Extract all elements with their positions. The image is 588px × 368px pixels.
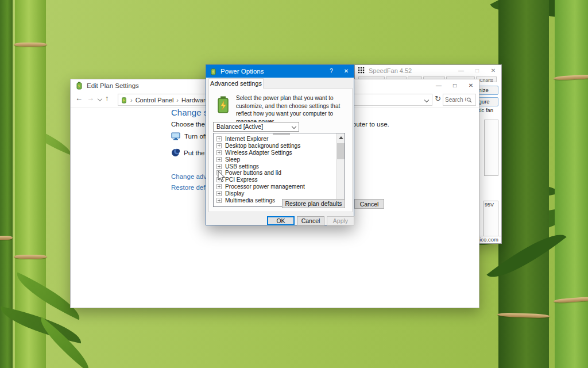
voltage-reading: 95V xyxy=(484,201,498,208)
ok-button[interactable]: OK xyxy=(267,216,295,225)
power-options-dialog: Power Options ? ✕ Advanced settings Sele… xyxy=(206,64,354,225)
expand-icon[interactable] xyxy=(216,184,222,189)
expand-icon[interactable] xyxy=(216,136,222,141)
expand-icon[interactable] xyxy=(216,157,222,162)
minimize-button[interactable]: — xyxy=(431,80,447,91)
history-chevron-icon[interactable] xyxy=(98,97,102,101)
editplan-cancel-button[interactable]: Cancel xyxy=(354,199,384,209)
expand-icon[interactable] xyxy=(216,164,222,169)
selected-plan: Balanced [Active] xyxy=(216,123,263,130)
speedfan-title: SpeedFan 4.52 xyxy=(369,67,453,74)
restore-plan-defaults-button[interactable]: Restore plan defaults xyxy=(282,199,345,208)
close-button[interactable]: ✕ xyxy=(485,66,501,76)
expand-icon[interactable] xyxy=(216,150,222,155)
expand-icon[interactable] xyxy=(216,198,222,203)
setting-label: Processor power management xyxy=(225,183,305,190)
list-item[interactable]: Desktop background settings xyxy=(214,143,345,150)
mouse-cursor xyxy=(218,171,226,183)
list-item[interactable]: Internet Explorer xyxy=(214,136,345,143)
combo-chevron-icon xyxy=(292,124,296,129)
advanced-settings-page: Select the power plan that you want to c… xyxy=(208,88,353,212)
expand-icon[interactable] xyxy=(216,143,222,148)
list-item[interactable]: Sleep xyxy=(214,156,345,163)
setting-label: Display xyxy=(225,190,244,197)
speedfan-voltage-panel: 95V xyxy=(483,201,498,236)
apply-button[interactable]: Apply xyxy=(327,216,354,225)
dialog-title: Power Options xyxy=(220,68,324,75)
power-plan-icon xyxy=(75,82,83,90)
forward-button[interactable]: → xyxy=(87,94,94,102)
setting-label: USB settings xyxy=(225,163,259,170)
scroll-up-icon[interactable] xyxy=(339,136,343,139)
setting-label: Desktop background settings xyxy=(225,143,300,149)
scrollbar-thumb[interactable] xyxy=(337,143,345,159)
bamboo-stalk xyxy=(555,0,588,368)
expand-icon[interactable] xyxy=(216,191,222,196)
minimize-button[interactable]: — xyxy=(453,66,469,76)
address-dropdown-icon[interactable] xyxy=(424,98,429,102)
scrollbar[interactable] xyxy=(336,133,345,206)
maximize-button[interactable]: □ xyxy=(447,80,463,91)
close-button[interactable]: ✕ xyxy=(339,66,354,76)
setting-label: Internet Explorer xyxy=(225,136,268,142)
display-icon xyxy=(171,132,180,140)
up-button[interactable]: ↑ xyxy=(105,94,109,102)
sleep-moon-icon xyxy=(171,148,180,157)
maximize-button[interactable]: □ xyxy=(469,66,485,76)
list-item[interactable]: Wireless Adapter Settings xyxy=(214,150,345,156)
control-panel-icon xyxy=(121,97,127,103)
refresh-icon[interactable]: ↻ xyxy=(435,94,441,103)
search-box[interactable] xyxy=(443,94,476,106)
setting-label: Power buttons and lid xyxy=(225,170,281,176)
back-button[interactable]: ← xyxy=(75,94,83,102)
setting-label: Multimedia settings xyxy=(225,197,275,204)
power-options-icon xyxy=(210,68,217,75)
power-plan-large-icon xyxy=(215,95,232,114)
speedfan-readings-panel xyxy=(484,120,498,176)
setting-label: Wireless Adapter Settings xyxy=(225,150,292,156)
tab-advanced-settings[interactable]: Advanced settings xyxy=(208,78,264,89)
close-button[interactable]: ✕ xyxy=(463,80,479,91)
bamboo-node xyxy=(14,255,47,259)
breadcrumb-separator: › xyxy=(176,97,179,103)
speedfan-titlebar[interactable]: SpeedFan 4.52 — □ ✕ xyxy=(355,65,501,76)
advanced-settings-list[interactable]: Internet Explorer Desktop background set… xyxy=(213,133,345,207)
list-item[interactable]: Power buttons and lid xyxy=(214,170,345,177)
search-input[interactable] xyxy=(443,97,466,103)
breadcrumb-control-panel[interactable]: Control Panel xyxy=(136,97,174,103)
bamboo-node xyxy=(14,43,47,47)
list-item[interactable]: USB settings xyxy=(214,163,345,170)
dialog-cancel-button[interactable]: Cancel xyxy=(297,216,324,225)
dialog-description: Select the power plan that you want to c… xyxy=(236,94,354,125)
scrolled-item-sliver xyxy=(273,133,290,135)
speedfan-app-icon xyxy=(358,67,365,74)
setting-label: Sleep xyxy=(225,156,240,163)
list-item[interactable]: Processor power management xyxy=(214,183,345,190)
search-icon xyxy=(466,97,472,103)
setting-label: PCI Express xyxy=(225,177,258,183)
power-plan-selector[interactable]: Balanced [Active] xyxy=(213,122,299,132)
breadcrumb-separator: › xyxy=(130,97,133,103)
list-item[interactable]: PCI Express xyxy=(214,177,345,183)
bamboo-node xyxy=(0,236,13,240)
list-item[interactable]: Display xyxy=(214,190,345,197)
dialog-titlebar[interactable]: Power Options ? ✕ xyxy=(206,65,354,78)
help-button[interactable]: ? xyxy=(324,66,339,76)
